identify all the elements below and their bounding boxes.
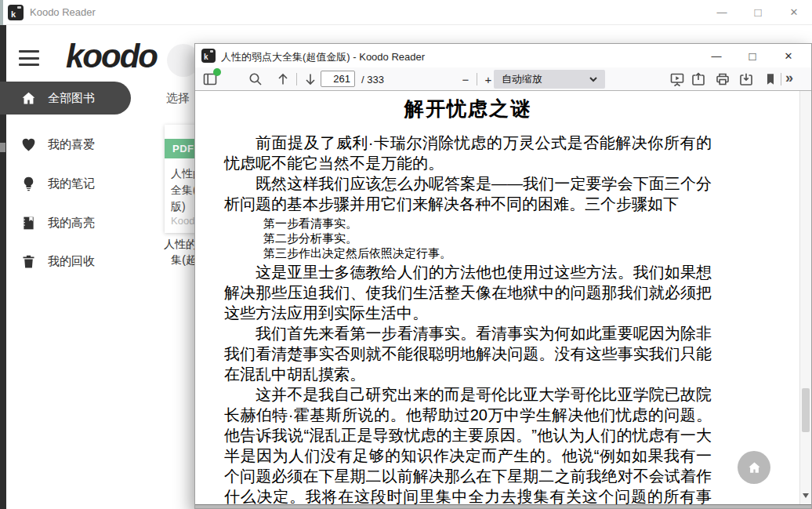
paragraph: 这是亚里士多德教给人们的方法他也使用过这些方法。我们如果想解决那些压迫我们、使我… bbox=[224, 262, 712, 323]
lightbulb-icon bbox=[20, 176, 37, 192]
sidebar-item-label: 我的回收 bbox=[48, 254, 95, 269]
sidebar-item-label: 全部图书 bbox=[48, 91, 95, 106]
page-up-icon bbox=[275, 71, 291, 87]
paragraph: 既然这样我们应该怎么办呢答案是——我们一定要学会下面三个分析问题的基本步骤并用它… bbox=[224, 173, 712, 214]
reader-window: k 人性的弱点大全集(超值金版) - Koodo Reader — □ ✕ / … bbox=[194, 43, 812, 509]
reader-maximize-button[interactable]: □ bbox=[734, 44, 770, 67]
page-up-button[interactable] bbox=[274, 71, 292, 87]
open-file-icon bbox=[691, 71, 706, 87]
notification-dot bbox=[213, 68, 221, 76]
search-icon bbox=[248, 71, 263, 87]
reader-window-title: 人性的弱点大全集(超值金版) - Koodo Reader bbox=[221, 50, 425, 64]
highlight-book-icon bbox=[20, 215, 37, 231]
pdf-toolbar: / 333 − + 自动缩放 » bbox=[195, 67, 811, 91]
app-icon-notch bbox=[17, 6, 21, 9]
step-line: 第一步看清事实。 bbox=[263, 216, 712, 231]
reader-window-bottom-edge bbox=[195, 504, 811, 508]
reader-app-icon: k bbox=[201, 49, 216, 63]
sidebar-item-label: 我的高亮 bbox=[48, 216, 95, 231]
trash-icon bbox=[20, 253, 37, 270]
bookmark-icon bbox=[763, 72, 778, 86]
select-button[interactable]: 选择 bbox=[166, 91, 190, 106]
minimize-button[interactable]: — bbox=[704, 0, 740, 24]
sidebar-item-label: 我的笔记 bbox=[48, 176, 95, 191]
step-list: 第一步看清事实。 第二步分析事实。 第三步作出决定然后依照决定行事。 bbox=[263, 214, 712, 262]
home-icon bbox=[20, 90, 37, 107]
pdf-page[interactable]: 解开忧虑之谜 前面提及了威利·卡瑞尔消除忧虑的万灵公式是否能解决你所有的忧虑呢不… bbox=[195, 91, 799, 504]
page-down-button[interactable] bbox=[302, 71, 319, 87]
scroll-down-arrow[interactable] bbox=[803, 493, 809, 498]
paragraph: 我们首先来看第一步看清事实。看清事实为何如此重要呢因为除非我们看清楚事实否则就不… bbox=[224, 323, 712, 384]
zoom-out-button[interactable]: − bbox=[458, 73, 473, 86]
page-count-label: / 333 bbox=[361, 74, 384, 85]
main-window-title: Koodo Reader bbox=[30, 6, 96, 18]
app-icon-letter: k bbox=[11, 9, 16, 19]
step-line: 第三步作出决定然后依照决定行事。 bbox=[263, 245, 712, 260]
app-icon-notch bbox=[210, 50, 213, 53]
paragraph: 前面提及了威利·卡瑞尔消除忧虑的万灵公式是否能解决你所有的忧虑呢不能它当然不是万… bbox=[224, 133, 712, 173]
sidebar-item-notes[interactable]: 我的笔记 bbox=[0, 167, 95, 200]
page-number-input[interactable] bbox=[321, 71, 355, 87]
background-window-edge bbox=[0, 0, 3, 25]
reader-window-controls: — □ ✕ bbox=[698, 44, 807, 67]
presentation-mode-icon bbox=[669, 71, 685, 87]
koodo-logo: koodo bbox=[66, 38, 157, 75]
step-line: 第二步分析事实。 bbox=[263, 231, 712, 245]
reader-close-button[interactable]: ✕ bbox=[770, 44, 807, 67]
download-button[interactable] bbox=[738, 71, 755, 87]
main-titlebar: k Koodo Reader — □ ✕ bbox=[0, 0, 812, 25]
sidebar-item-highlights[interactable]: 我的高亮 bbox=[0, 206, 95, 239]
heart-icon bbox=[20, 136, 37, 153]
download-icon bbox=[738, 71, 754, 87]
chevron-down-icon bbox=[589, 77, 597, 82]
scrollbar-thumb[interactable] bbox=[802, 388, 810, 432]
sidebar-item-label: 我的喜爱 bbox=[48, 137, 95, 152]
app-icon-letter: k bbox=[204, 53, 208, 61]
sidebar-item-all-books[interactable]: 全部图书 bbox=[0, 82, 131, 115]
search-button[interactable] bbox=[247, 71, 264, 87]
hamburger-menu-button[interactable] bbox=[19, 50, 39, 66]
toolbar-divider bbox=[477, 73, 477, 85]
reader-minimize-button[interactable]: — bbox=[698, 44, 734, 67]
toolbar-divider bbox=[296, 73, 297, 85]
zoom-mode-label: 自动缩放 bbox=[502, 72, 542, 86]
pdf-page-text: 解开忧虑之谜 前面提及了威利·卡瑞尔消除忧虑的万灵公式是否能解决你所有的忧虑呢不… bbox=[224, 91, 712, 504]
chapter-heading: 解开忧虑之谜 bbox=[224, 96, 712, 122]
zoom-mode-select[interactable]: 自动缩放 bbox=[494, 70, 605, 89]
bookmark-button[interactable] bbox=[762, 71, 779, 87]
open-file-button[interactable] bbox=[690, 71, 707, 87]
close-button[interactable]: ✕ bbox=[776, 0, 812, 24]
reader-titlebar: k 人性的弱点大全集(超值金版) - Koodo Reader — □ ✕ bbox=[195, 44, 811, 67]
home-fab-button[interactable] bbox=[738, 451, 770, 484]
koodo-app-icon: k bbox=[8, 5, 24, 20]
sidebar-item-trash[interactable]: 我的回收 bbox=[0, 245, 95, 278]
toolbar-divider bbox=[781, 73, 781, 85]
home-icon bbox=[747, 460, 762, 475]
paragraph: 这并不是我自己研究出来的而是哥伦比亚大学哥伦比亚学院已故院长赫伯特·霍基斯所说的… bbox=[224, 384, 712, 504]
maximize-button[interactable]: □ bbox=[740, 0, 776, 24]
print-button[interactable] bbox=[714, 71, 731, 87]
sidebar-item-favorites[interactable]: 我的喜爱 bbox=[0, 128, 95, 161]
print-icon bbox=[715, 71, 730, 87]
main-window-controls: — □ ✕ bbox=[704, 0, 812, 24]
scrollbar[interactable] bbox=[799, 91, 811, 504]
presentation-mode-button[interactable] bbox=[669, 71, 686, 87]
page-down-icon bbox=[303, 71, 318, 87]
more-tools-button[interactable]: » bbox=[785, 70, 793, 86]
